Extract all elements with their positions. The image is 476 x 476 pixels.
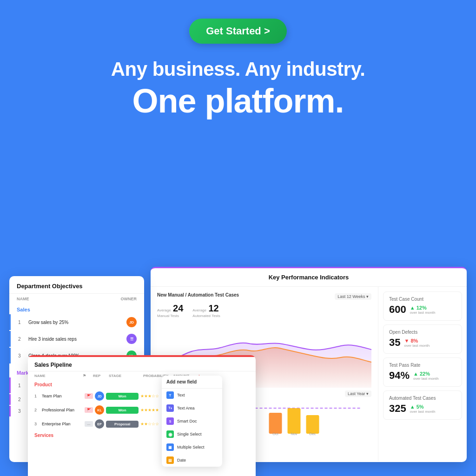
bar-label-dec: Dec	[309, 432, 316, 436]
stat-period: over last month	[404, 344, 430, 348]
kpi-stats: Test Case Count 600 ▲ 12% over last mont…	[378, 287, 467, 461]
stat-label: Automated Test Cases	[389, 396, 456, 401]
stat-pct: ▲ 12%	[410, 305, 436, 311]
get-started-button[interactable]: Get Started >	[189, 19, 287, 44]
field-item-text[interactable]: T Text	[162, 389, 222, 402]
dept-col-owner: OWNER	[121, 297, 137, 301]
stat-value: 600	[389, 304, 406, 316]
field-item-single-select[interactable]: ◉ Single Select	[162, 428, 222, 441]
tagline-bottom: One platform.	[0, 83, 476, 119]
avatar: JD	[126, 317, 137, 327]
stat-test-case-count: Test Case Count 600 ▲ 12% over last mont…	[383, 291, 462, 321]
bar-oct	[269, 413, 282, 434]
bar-label-oct: Oct	[272, 432, 278, 436]
stage-badge: Won	[106, 393, 139, 400]
stat-automated-test-cases: Automated Test Cases 325 ▲ 5% over last …	[383, 390, 462, 420]
flag-icon: 🚩	[85, 393, 93, 399]
stat-value: 325	[389, 403, 406, 415]
stat-change: ▲ 5% over last month	[410, 404, 436, 414]
stat-pct: ▼ 8%	[404, 338, 430, 344]
field-dropdown-header: Add new field	[162, 376, 222, 389]
bar-chart-filter[interactable]: Last Year ▾	[345, 390, 371, 397]
single-select-icon: ◉	[166, 430, 174, 438]
stat-test-pass-rate: Test Pass Rate 94% ▲ 22% over last month	[383, 357, 462, 387]
dept-table-header: NAME OWNER	[9, 294, 144, 304]
avatar: EP	[95, 419, 104, 429]
stat-change: ▼ 8% over last month	[404, 338, 430, 348]
field-item-smartdoc[interactable]: S Smart Doc	[162, 415, 222, 428]
hero-section: Get Started > Any business. Any industry…	[0, 0, 476, 120]
bar-dec	[306, 415, 319, 434]
avatar: ☰	[126, 334, 137, 344]
kpi-chart-title: New Manual / Automation Test Cases	[157, 292, 239, 298]
stage-badge: Won	[106, 407, 139, 414]
field-item-multi-select[interactable]: ▦ Multiple Select	[162, 441, 222, 454]
field-dropdown: Add new field T Text T₂ Text Area S Smar…	[162, 376, 222, 467]
stat-label: Test Case Count	[389, 297, 456, 302]
stat-period: over last month	[413, 377, 439, 381]
smartdoc-field-icon: S	[166, 417, 174, 425]
text-field-icon: T	[166, 391, 174, 399]
dept-row: 1 Grow sales by 25% JD	[9, 314, 144, 330]
kpi-chart-filter[interactable]: Last 12 Weeks ▾	[335, 293, 371, 300]
stat-label: Test Pass Rate	[389, 363, 456, 368]
stage-badge: Proposal	[106, 421, 139, 428]
stat-pct: ▲ 5%	[410, 404, 436, 410]
dept-panel-title: Department Objectives	[9, 276, 144, 294]
avatar: KL	[95, 405, 104, 415]
field-item-date[interactable]: ▤ Date	[162, 454, 222, 467]
stat-pct: ▲ 22%	[413, 371, 439, 377]
bar-label-nov: Nov	[291, 432, 297, 436]
field-item-textarea[interactable]: T₂ Text Area	[162, 402, 222, 415]
flag-icon: —	[85, 421, 93, 427]
stat-value: 35	[389, 337, 400, 349]
stat-period: over last month	[410, 410, 436, 414]
stat-period: over last month	[410, 311, 436, 315]
panels-container: Department Objectives NAME OWNER Sales 1…	[0, 258, 476, 476]
dept-col-name: NAME	[17, 297, 29, 301]
dept-row: 2 Hire 3 inside sales reps ☰	[9, 331, 144, 347]
avatar: JD	[95, 391, 104, 401]
bar-nov	[288, 408, 301, 434]
stat-change: ▲ 22% over last month	[413, 371, 439, 381]
sales-section-label: Sales	[9, 304, 144, 313]
stat-value: 94%	[389, 370, 410, 382]
stat-open-defects: Open Defects 35 ▼ 8% over last month	[383, 324, 462, 354]
stat-change: ▲ 12% over last month	[410, 305, 436, 315]
kpi-averages: Average 24 Manual Tests Average 12 Autom…	[157, 303, 371, 318]
multi-select-icon: ▦	[166, 443, 174, 451]
tagline-top: Any business. Any industry.	[0, 58, 476, 81]
kpi-panel-title: Key Performance Indicators	[151, 268, 467, 287]
sales-panel-title: Sales Pipeline	[28, 357, 256, 371]
flag-icon: 🚩	[85, 407, 93, 413]
date-field-icon: ▤	[166, 456, 174, 464]
stat-label: Open Defects	[389, 330, 456, 335]
textarea-field-icon: T₂	[166, 404, 174, 412]
